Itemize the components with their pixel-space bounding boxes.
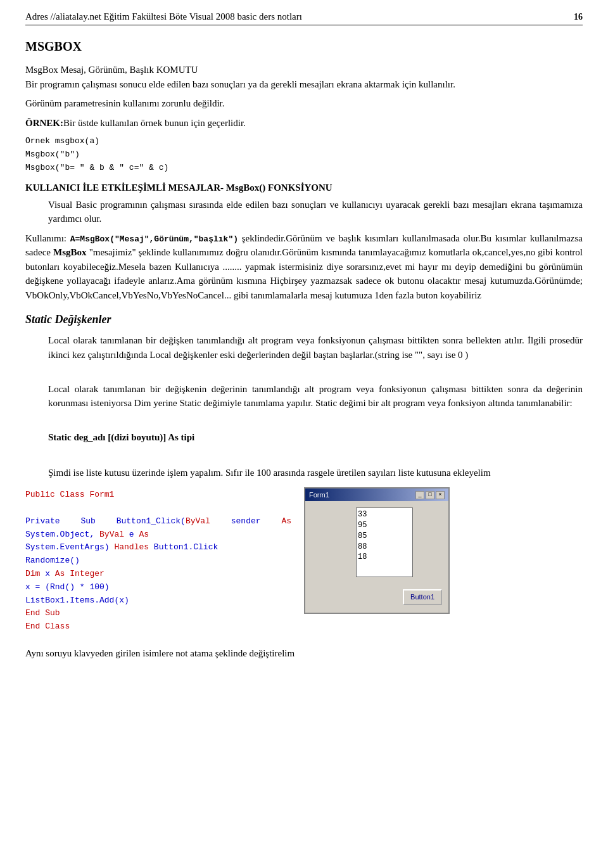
- code-area: Public Class Form1 Private Sub Button1_C…: [25, 485, 291, 637]
- page-header: Adres //aliatalay.net Eğitim Fakültesi B…: [25, 11, 583, 25]
- form-titlebar-buttons: _ □ ×: [415, 491, 445, 499]
- msgbox-example-code: Örnek msgbox(a) Msgbox("b") Msgbox("b= "…: [25, 135, 583, 174]
- code-line-dim: Dim x As Integer: [25, 568, 291, 581]
- close-btn[interactable]: ×: [436, 491, 445, 499]
- minimize-btn[interactable]: _: [415, 491, 424, 499]
- page-number: 16: [574, 12, 583, 22]
- listbox-item-4: 88: [358, 542, 411, 552]
- ornek-label: ÖRNEK:: [25, 118, 63, 128]
- listbox-item-1: 33: [358, 509, 411, 520]
- static-title: Static Değişkenler: [25, 311, 583, 328]
- code-lines: Public Class Form1 Private Sub Button1_C…: [25, 488, 291, 634]
- liste-intro: Şimdi ise liste kutusu üzerinde işlem ya…: [25, 466, 583, 480]
- listbox-item-5: 18: [358, 552, 411, 563]
- static-syntax: Static deg_adı [(dizi boyutu)] As tipi: [48, 430, 583, 445]
- kullanimi-line: Kullanımı: A=MsgBox("Mesaj",Görünüm,"baş…: [25, 231, 583, 303]
- listbox: 33 95 85 88 18: [356, 507, 413, 577]
- code-line-public: Public Class Form1: [25, 488, 291, 502]
- maximize-btn[interactable]: □: [426, 491, 434, 499]
- code-line-private: Private Sub Button1_Click(ByVal sender A…: [25, 515, 291, 542]
- msgbox-heading: MSGBOX: [25, 37, 583, 56]
- code-line-listbox: ListBox1.Items.Add(x): [25, 594, 291, 608]
- code-line-system: System.EventArgs) Handles Button1.Click: [25, 541, 291, 554]
- msgbox-param: Görünüm parametresinin kullanımı zorunlu…: [25, 96, 583, 111]
- static-para1: Local olarak tanımlanan bir değişken tan…: [48, 333, 583, 362]
- listbox-item-2: 95: [358, 520, 411, 531]
- form-title: Form1: [309, 490, 329, 501]
- code-line-assign: x = (Rnd() * 100): [25, 581, 291, 594]
- header-left: Adres //aliatalay.net Eğitim Fakültesi B…: [25, 11, 302, 22]
- kullanici-desc: Visual Basic programının çalışması sıras…: [48, 198, 583, 226]
- form-body: 33 95 85 88 18 Button1: [305, 501, 448, 613]
- msgbox-ornek-label: ÖRNEK:Bir üstde kullanılan örnek bunun i…: [25, 116, 583, 131]
- kullanici-title: KULLANICI İLE ETKİLEŞİMLİ MESAJLAR- MsgB…: [25, 181, 583, 195]
- form-titlebar: Form1 _ □ ×: [305, 488, 448, 501]
- listbox-item-3: 85: [358, 531, 411, 542]
- code-line-randomize: Randomize(): [25, 554, 291, 568]
- bottom-note: Aynı soruyu klavyeden girilen isimlere n…: [25, 646, 583, 661]
- code-and-form-section: Public Class Form1 Private Sub Button1_C…: [25, 485, 583, 637]
- code-line-end-class: End Class: [25, 620, 291, 634]
- static-para2: Local olarak tanımlanan bir değişkenin d…: [48, 382, 583, 411]
- msgbox-intro: MsgBox Mesaj, Görünüm, Başlık KOMUTU Bir…: [25, 63, 583, 91]
- form-preview: Form1 _ □ × 33 95 85 88 18 Button1: [304, 487, 450, 614]
- code-line-end-sub: End Sub: [25, 607, 291, 620]
- form-button1[interactable]: Button1: [403, 589, 442, 605]
